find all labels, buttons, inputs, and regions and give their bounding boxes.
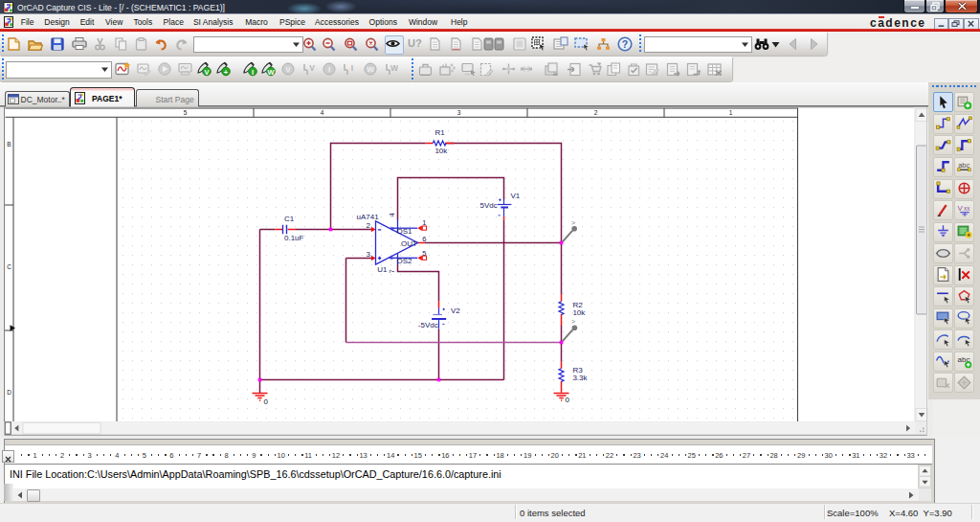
- svg-text:0: 0: [566, 396, 570, 404]
- svg-text:C1: C1: [284, 215, 295, 223]
- svg-text:2: 2: [594, 109, 598, 116]
- svg-text:D: D: [7, 389, 11, 396]
- svg-text:B: B: [7, 141, 11, 148]
- svg-text:U1: U1: [377, 265, 388, 274]
- svg-text:uA741: uA741: [357, 213, 380, 221]
- svg-text:4: 4: [321, 109, 324, 116]
- svg-text:OUT: OUT: [401, 239, 417, 248]
- svg-text:>: >: [571, 318, 575, 325]
- svg-text:4: 4: [388, 213, 396, 216]
- svg-text:OS1: OS1: [397, 227, 413, 236]
- svg-text:7: 7: [388, 269, 396, 273]
- svg-text:5: 5: [422, 249, 426, 258]
- svg-text:5Vdc: 5Vdc: [480, 201, 498, 210]
- svg-text:abc: abc: [958, 161, 969, 170]
- svg-text:>: >: [391, 225, 395, 232]
- svg-text:3: 3: [457, 109, 461, 116]
- svg-text:>: >: [390, 255, 394, 261]
- svg-text:R1: R1: [434, 128, 445, 137]
- svg-text:2: 2: [367, 221, 371, 230]
- svg-text:10k: 10k: [434, 147, 448, 155]
- svg-text:0: 0: [264, 397, 269, 406]
- svg-text:xx: xx: [963, 204, 969, 211]
- svg-text:1: 1: [422, 218, 426, 227]
- svg-text:V2: V2: [451, 306, 460, 315]
- svg-text:0.1uF: 0.1uF: [284, 234, 304, 242]
- svg-text:V1: V1: [510, 192, 520, 200]
- svg-text:-5Vdc: -5Vdc: [418, 321, 438, 329]
- svg-text:3: 3: [367, 250, 371, 259]
- svg-text:1: 1: [729, 109, 733, 116]
- svg-text:6: 6: [422, 235, 426, 243]
- svg-text:10k: 10k: [572, 308, 586, 317]
- svg-text:C: C: [7, 263, 11, 270]
- svg-text:V: V: [957, 203, 963, 212]
- svg-text:3.3k: 3.3k: [572, 374, 588, 382]
- svg-text:>: >: [571, 219, 575, 226]
- svg-text:OS2: OS2: [397, 257, 413, 265]
- svg-text:5: 5: [184, 109, 188, 116]
